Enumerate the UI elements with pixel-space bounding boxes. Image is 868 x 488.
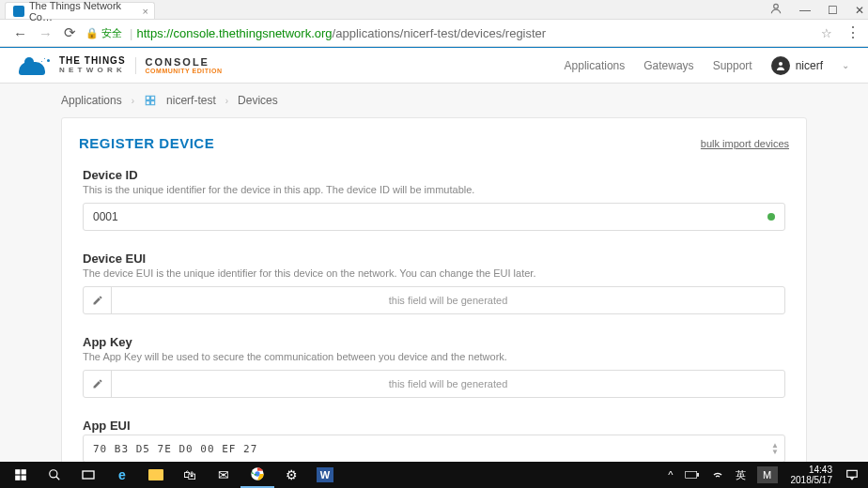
wifi-icon[interactable] xyxy=(705,462,730,488)
window-close-icon[interactable]: ✕ xyxy=(855,4,864,17)
svg-rect-5 xyxy=(151,101,155,105)
chevron-right-icon: › xyxy=(132,96,134,106)
browser-forward-icon[interactable]: → xyxy=(33,25,58,41)
svg-line-11 xyxy=(56,477,60,480)
browser-reload-icon[interactable]: ⟳ xyxy=(58,24,82,41)
breadcrumb-applications[interactable]: Applications xyxy=(61,94,122,107)
nav-applications[interactable]: Applications xyxy=(565,59,626,72)
username: nicerf xyxy=(796,59,823,72)
edit-icon[interactable] xyxy=(84,371,112,397)
browser-tab-strip: The Things Network Co… × — ☐ ✕ xyxy=(0,0,868,19)
svg-point-10 xyxy=(50,470,57,478)
user-account-icon[interactable] xyxy=(769,2,783,18)
windows-taskbar: e 🛍 ✉ ⚙ W ^ 英 M 14:432018/5/17 xyxy=(0,462,868,488)
valid-indicator-icon xyxy=(767,213,775,221)
device-id-label: Device ID xyxy=(83,168,785,182)
browser-menu-icon[interactable]: ⋮ xyxy=(845,31,860,35)
battery-icon[interactable] xyxy=(679,462,705,488)
svg-rect-7 xyxy=(22,469,26,474)
breadcrumb-devices[interactable]: Devices xyxy=(238,94,278,107)
svg-point-1 xyxy=(779,62,783,66)
device-eui-label: Device EUI xyxy=(83,252,785,266)
app-key-label: App Key xyxy=(83,335,785,349)
register-device-panel: REGISTER DEVICE bulk import devices Devi… xyxy=(61,117,807,488)
app-eui-select[interactable] xyxy=(84,435,784,462)
window-minimize-icon[interactable]: — xyxy=(799,4,811,17)
svg-point-0 xyxy=(774,4,779,8)
chrome-icon[interactable] xyxy=(240,462,274,488)
tab-favicon xyxy=(13,6,24,17)
select-arrows-icon[interactable]: ▲▼ xyxy=(771,442,779,455)
console-brand: CONSOLE COMMUNITY EDITION xyxy=(135,57,223,74)
chevron-down-icon: ⌄ xyxy=(842,60,849,70)
svg-rect-6 xyxy=(15,469,20,474)
device-eui-desc: The device EUI is the unique identifier … xyxy=(83,267,785,279)
store-icon[interactable]: 🛍 xyxy=(173,462,207,488)
search-icon[interactable] xyxy=(38,462,71,488)
url-host[interactable]: https://console.thethingsnetwork.org/app… xyxy=(136,26,546,40)
bookmark-icon[interactable]: ☆ xyxy=(821,26,832,40)
browser-tab[interactable]: The Things Network Co… × xyxy=(5,2,155,19)
ime-m[interactable]: M xyxy=(752,462,783,488)
application-icon xyxy=(144,94,157,107)
avatar xyxy=(771,56,790,75)
ime-indicator[interactable]: 英 xyxy=(730,462,752,488)
page-title: REGISTER DEVICE xyxy=(79,135,214,151)
mail-icon[interactable]: ✉ xyxy=(207,462,240,488)
app-eui-label: App EUI xyxy=(83,419,785,433)
settings-icon[interactable]: ⚙ xyxy=(274,462,308,488)
user-menu[interactable]: nicerf ⌄ xyxy=(771,56,849,75)
tray-chevron-icon[interactable]: ^ xyxy=(662,462,678,488)
svg-rect-9 xyxy=(22,476,26,480)
ttn-logo-icon[interactable] xyxy=(19,56,52,75)
svg-rect-8 xyxy=(15,476,20,480)
breadcrumb-app[interactable]: nicerf-test xyxy=(166,94,216,107)
system-clock[interactable]: 14:432018/5/17 xyxy=(783,465,841,485)
start-icon[interactable] xyxy=(4,462,38,488)
edge-icon[interactable]: e xyxy=(105,462,139,488)
action-center-icon[interactable] xyxy=(840,462,864,488)
device-eui-placeholder: this field will be generated xyxy=(112,295,784,306)
svg-rect-3 xyxy=(151,96,155,99)
brand-text: THE THINGS N E T W O R K xyxy=(59,56,126,74)
svg-rect-2 xyxy=(146,96,149,99)
window-maximize-icon[interactable]: ☐ xyxy=(828,4,838,17)
chevron-right-icon: › xyxy=(225,96,228,106)
app-key-desc: The App Key will be used to secure the c… xyxy=(83,351,785,362)
edit-icon[interactable] xyxy=(84,287,112,313)
taskview-icon[interactable] xyxy=(71,462,105,488)
svg-rect-4 xyxy=(146,101,149,105)
address-bar: ← → ⟳ 🔒 安全 | https://console.thethingsne… xyxy=(0,19,868,47)
app-header: THE THINGS N E T W O R K CONSOLE COMMUNI… xyxy=(0,48,868,84)
word-icon[interactable]: W xyxy=(308,462,342,488)
svg-rect-17 xyxy=(847,470,858,477)
svg-rect-16 xyxy=(697,474,698,477)
device-id-desc: This is the unique identifier for the de… xyxy=(83,184,785,195)
breadcrumb: Applications › nicerf-test › Devices xyxy=(61,84,807,112)
tab-close-icon[interactable]: × xyxy=(143,6,148,17)
bulk-import-link[interactable]: bulk import devices xyxy=(701,138,789,149)
nav-gateways[interactable]: Gateways xyxy=(643,59,693,72)
tab-title: The Things Network Co… xyxy=(29,0,147,23)
device-id-input[interactable] xyxy=(84,204,784,230)
nav-support[interactable]: Support xyxy=(713,59,752,72)
svg-rect-12 xyxy=(83,471,94,479)
lock-icon: 🔒 安全 xyxy=(85,26,122,40)
svg-rect-15 xyxy=(685,472,696,479)
browser-back-icon[interactable]: ← xyxy=(8,25,33,41)
explorer-icon[interactable] xyxy=(139,462,173,488)
app-key-placeholder: this field will be generated xyxy=(112,378,784,389)
